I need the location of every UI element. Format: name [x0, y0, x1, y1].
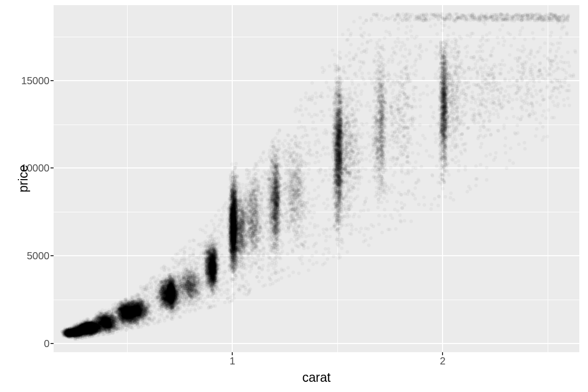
y-tick-mark — [51, 343, 54, 344]
y-tick-mark — [51, 80, 54, 81]
gridline-h — [54, 80, 579, 81]
gridline-h — [54, 343, 579, 344]
gridline-h — [54, 255, 579, 256]
y-axis-title: price — [16, 165, 31, 192]
y-tick-mark — [51, 255, 54, 256]
y-tick-mark — [51, 167, 54, 168]
y-tick-label: 0 — [4, 337, 50, 349]
x-axis-title: carat — [302, 370, 331, 385]
y-tick-label: 5000 — [4, 250, 50, 262]
y-tick-label: 15000 — [4, 75, 50, 86]
gridline-h-minor — [54, 37, 579, 37]
x-tick-label: 2 — [440, 355, 446, 367]
chart-container: 0 5000 10000 15000 1 2 price carat — [0, 0, 588, 392]
plot-panel — [54, 5, 579, 352]
x-tick-label: 1 — [230, 355, 235, 367]
gridline-h-minor — [54, 212, 579, 212]
gridline-h — [54, 167, 579, 168]
gridline-h-minor — [54, 125, 579, 125]
